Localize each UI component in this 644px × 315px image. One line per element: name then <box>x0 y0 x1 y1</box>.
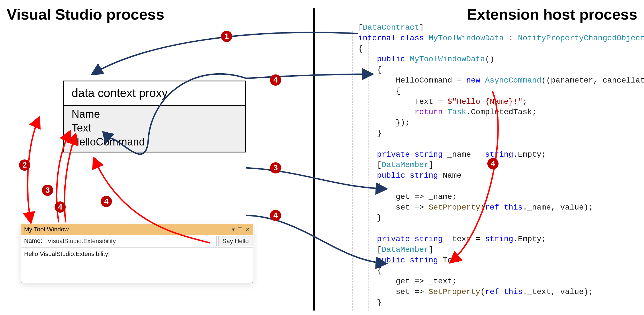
badge-2: 2 <box>19 159 30 171</box>
badge-3-mid: 3 <box>270 162 281 173</box>
tool-window: My Tool Window ▾ ☐ ✕ Name: VisualStudio.… <box>21 224 253 283</box>
left-title: Visual Studio process <box>7 6 164 23</box>
code-block: [DataContract] internal class MyToolWind… <box>358 22 644 315</box>
data-context-proxy-box: data context proxy Name Text HelloComman… <box>63 81 246 152</box>
proxy-prop-name: Name <box>72 107 238 121</box>
tool-window-title: My Tool Window <box>24 226 69 233</box>
dropdown-icon[interactable]: ▾ <box>232 226 235 233</box>
name-label: Name: <box>21 235 45 247</box>
tool-window-titlebar: My Tool Window ▾ ☐ ✕ <box>21 224 253 235</box>
proxy-body: Name Text HelloCommand <box>64 106 245 152</box>
badge-4-right: 4 <box>487 158 499 169</box>
indent-guide-1 <box>352 31 353 311</box>
badge-4-curve: 4 <box>101 196 112 207</box>
process-divider <box>313 8 315 311</box>
badge-4-mid-a: 4 <box>270 74 281 86</box>
badge-4-left-lower: 4 <box>55 201 66 213</box>
say-hello-button[interactable]: Say Hello <box>218 236 253 246</box>
badge-4-mid-b: 4 <box>270 210 281 221</box>
close-icon[interactable]: ✕ <box>245 226 250 233</box>
tool-window-row: Name: VisualStudio.Extensibility Say Hel… <box>21 235 253 248</box>
proxy-prop-text: Text <box>72 121 238 135</box>
maximize-icon[interactable]: ☐ <box>238 226 243 233</box>
name-input[interactable]: VisualStudio.Extensibility <box>45 236 217 246</box>
badge-3: 3 <box>42 185 53 196</box>
proxy-header: data context proxy <box>64 81 245 106</box>
proxy-prop-hellocommand: HelloCommand <box>72 135 238 149</box>
badge-1: 1 <box>221 31 232 42</box>
right-title: Extension host process <box>467 6 637 23</box>
tool-window-output: Hello VisualStudio.Extensibility! <box>21 248 253 283</box>
